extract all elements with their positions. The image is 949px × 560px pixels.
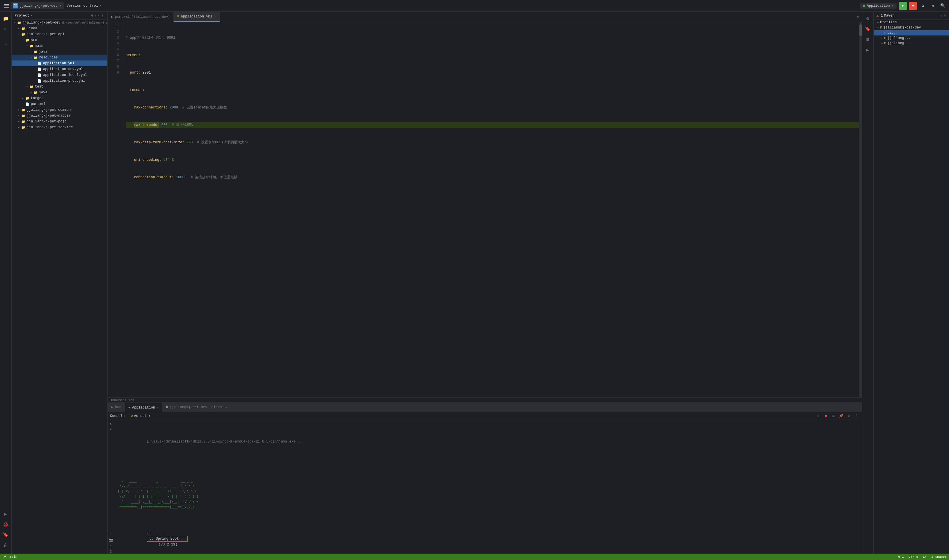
stop-console-button[interactable]: ■ <box>823 413 829 419</box>
collapse-icon[interactable]: ⇑ <box>94 13 97 18</box>
tree-item-target[interactable]: ▸ 📁 target <box>12 95 107 101</box>
right-bookmark-icon[interactable]: 🔖 <box>863 25 872 34</box>
chevron-down-icon2: ▾ <box>99 3 101 8</box>
tree-item-pom-xml[interactable]: 📄 pom.xml <box>12 101 107 107</box>
scrollbar-thumb[interactable] <box>860 25 862 36</box>
hamburger-menu[interactable] <box>2 2 11 10</box>
update-icon[interactable]: ↻ <box>929 2 937 10</box>
tree-item-src[interactable]: ▾ 📁 src <box>12 37 107 43</box>
gear-icon[interactable]: ⚙ <box>919 2 927 10</box>
delete-icon[interactable]: 🗑 <box>1 541 11 550</box>
version-control-button[interactable]: Version control ▾ <box>64 3 104 9</box>
tab-close-icon[interactable]: ✕ <box>214 15 216 18</box>
resources-folder-icon: 📁 <box>33 55 38 60</box>
new-file-icon[interactable]: ⊕ <box>91 13 93 18</box>
settings-console-button[interactable]: ⚙ <box>846 413 852 419</box>
tree-item-java[interactable]: ▸ 📁 java <box>12 49 107 55</box>
maven-settings-icon[interactable]: ⚙ <box>944 13 946 18</box>
folder-icon: 📁 <box>25 38 30 42</box>
camera-icon[interactable]: 📷 <box>108 537 113 542</box>
maven-icon3: m <box>884 41 886 45</box>
tree-item-service[interactable]: ▸ 📁 jjaliangkj-pet-service <box>12 125 107 130</box>
actuator-label[interactable]: ⊕ Actuator <box>131 414 151 418</box>
tree-item-application-prod-yml[interactable]: 📄 application-prod.yml <box>12 78 107 84</box>
code-line-8: uri-encoding: UTF-8 <box>126 157 859 163</box>
maven-collapse-icon[interactable]: ⇑ <box>940 13 942 18</box>
maven-root-project[interactable]: ▾ m jjaliangkj-pet-dev <box>874 25 949 30</box>
maven-jjaliang2[interactable]: ▸ m jjaliang... <box>874 41 949 46</box>
tree-item-api[interactable]: ▾ 📁 jjaliangkj-pet-api <box>12 31 107 37</box>
more-console-button[interactable]: ⋮ <box>853 413 860 419</box>
pin-tab-button[interactable]: 📌 <box>838 413 844 419</box>
tab-application-yml[interactable]: ≡ application.yml ✕ <box>174 12 220 22</box>
folder-icon: 📁 <box>21 113 26 118</box>
run-icon[interactable]: ▶ <box>1 509 11 519</box>
maven-warning-badge: ⚠ 1 <box>877 13 883 18</box>
filter-icon[interactable]: ≡ <box>108 531 113 536</box>
restore-layout-button[interactable]: ⊡ <box>830 413 837 419</box>
structure-icon[interactable]: ⊞ <box>1 25 11 34</box>
close-panel-icon[interactable]: ✕ <box>98 13 100 18</box>
tree-item-mapper[interactable]: ▸ 📁 jjaliangkj-pet-mapper <box>12 113 107 118</box>
more-options-icon[interactable]: ⋮ <box>101 13 105 18</box>
maven-panel: ⚠ 1 Maven ⇑ ⚙ ▸ Profiles ▾ m jjaliangkj-… <box>874 12 949 554</box>
tab-settings-icon[interactable]: ⚙ <box>857 15 860 19</box>
git-branch-label: main <box>9 555 17 558</box>
project-label: Project <box>15 14 29 18</box>
console-output[interactable]: E:\java-jdk\bellsoft-jdk21.0.5+11-window… <box>114 420 862 554</box>
maven-icon: m <box>166 405 168 409</box>
right-run-icon[interactable]: ▶ <box>863 45 872 55</box>
search-everywhere-icon[interactable]: 🔍 <box>938 2 947 10</box>
indent-indicator[interactable]: 2 spaces <box>931 555 947 558</box>
run-button[interactable]: ▶ <box>899 2 907 10</box>
tree-item-idea[interactable]: ▸ 📁 .idea <box>12 26 107 31</box>
right-settings-icon[interactable]: ⚙ <box>863 14 872 23</box>
chevron-down-icon3: ▾ <box>892 3 894 8</box>
scroll-up-icon[interactable]: ▲ <box>108 421 113 426</box>
line-ending-indicator[interactable]: LF <box>923 555 927 558</box>
delete-console-icon[interactable]: 🗑 <box>108 549 113 554</box>
tree-arrow: ▾ <box>25 44 29 48</box>
encoding-indicator[interactable]: UTF-8 <box>909 555 918 558</box>
tree-item-pojo[interactable]: ▸ 📁 jjaliangkj-pet-pojo <box>12 118 107 125</box>
right-structure-icon[interactable]: ⊞ <box>863 35 872 44</box>
tree-item-common[interactable]: ▸ 📁 jjaliangkj-pet-common <box>12 107 107 113</box>
bottom-tab-clean[interactable]: m jjaliangkj-pet-dev [clean] ✕ <box>162 403 231 412</box>
bookmark-icon[interactable]: 🔖 <box>1 530 11 540</box>
tree-item-root[interactable]: ▾ 📁 jjaliangkj-pet-dev E:\sourceTree\jja… <box>12 20 107 26</box>
close-tab-icon2[interactable]: ✕ <box>226 406 228 409</box>
tree-item-application-yml[interactable]: 📄 application.yml <box>12 60 107 66</box>
close-tab-icon[interactable]: ✕ <box>157 406 159 409</box>
rerun-button[interactable]: ↻ <box>815 413 821 419</box>
project-icon[interactable]: 📁 <box>1 14 11 23</box>
git-branch-icon: ⎇ <box>2 555 6 559</box>
code-content[interactable]: # app访问端口号 约定: 9091 server: port: 9001 t… <box>122 22 859 397</box>
bottom-tab-application[interactable]: ● Application ✕ <box>125 403 162 412</box>
tree-item-application-local-yml[interactable]: 📄 application-local.yml <box>12 72 107 78</box>
editor-scrollbar[interactable] <box>859 22 862 397</box>
maven-sub-icon: m <box>884 31 886 35</box>
plugins-icon[interactable]: ⋯ <box>1 40 11 49</box>
maven-li-item[interactable]: ▸ m Li... <box>874 30 949 35</box>
java-folder-icon: 📁 <box>33 90 38 95</box>
maven-jjaliang[interactable]: ▸ m jjaliang... <box>874 35 949 41</box>
maven-profiles[interactable]: ▸ Profiles <box>874 20 949 25</box>
clean-tab-label: jjaliangkj-pet-dev [clean] <box>169 405 224 409</box>
tab-pom-xml[interactable]: m pom.xml (jjaliangkj-pet-dev) <box>108 12 174 22</box>
tree-item-test[interactable]: ▾ 📁 test <box>12 84 107 89</box>
stop-button[interactable]: ■ <box>909 2 917 10</box>
wrap-icon[interactable]: ⇌ <box>108 543 113 548</box>
run-config-selector[interactable]: Application ▾ <box>860 3 897 9</box>
status-bar: ⎇ main 6:1 UTF-8 LF 2 spaces <box>0 554 949 560</box>
debug-icon[interactable]: 🐞 <box>1 520 11 529</box>
tree-item-resources[interactable]: ▾ 📁 resources <box>12 55 107 60</box>
tree-item-test-java[interactable]: ▸ 📁 java <box>12 89 107 95</box>
tree-item-main[interactable]: ▾ 📁 main <box>12 43 107 49</box>
bottom-tab-run[interactable]: ▶ Run <box>108 403 125 412</box>
project-selector[interactable]: JD jjaliangkj-pet-dev ▾ <box>11 2 64 9</box>
tree-arrow: ▸ <box>17 114 21 118</box>
tree-item-application-dev-yml[interactable]: 📄 application-dev.yml <box>12 66 107 72</box>
line-col-indicator[interactable]: 6:1 <box>898 555 904 558</box>
run-status-dot <box>863 5 865 7</box>
scroll-down-icon[interactable]: ▼ <box>108 427 113 432</box>
